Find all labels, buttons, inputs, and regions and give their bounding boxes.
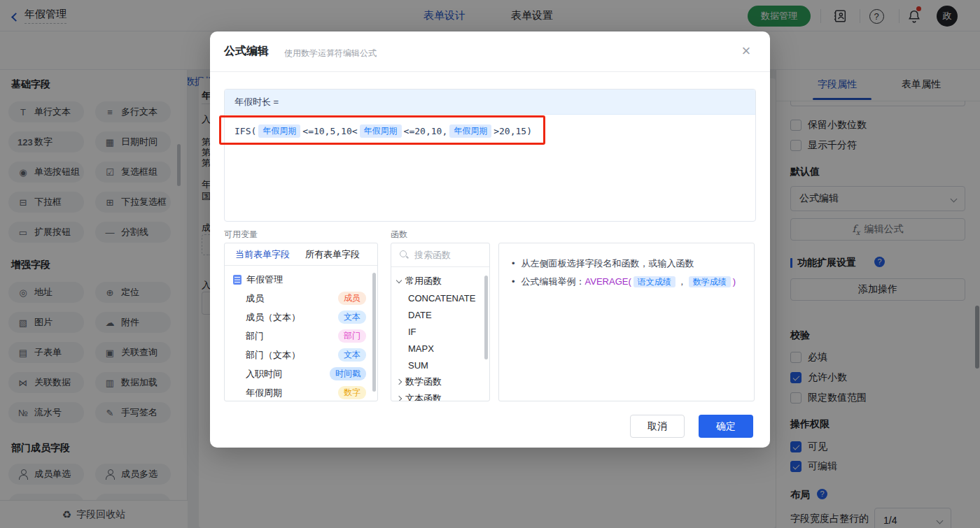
variables-scrollbar[interactable] xyxy=(372,273,376,392)
field-chip: 年假周期 xyxy=(360,124,402,138)
formula-text: <=20,10, xyxy=(404,126,448,136)
field-type-tag: 时间戳 xyxy=(330,367,366,380)
chevron-right-icon xyxy=(396,396,402,401)
example-function-close: ) xyxy=(733,276,736,287)
formula-expression: IFS( 年假周期 <=10,5,10< 年假周期 <=20,10, 年假周期 … xyxy=(225,115,755,148)
search-icon xyxy=(400,250,409,259)
variables-panel: 当前表单字段 所有表单字段 年假管理 成员成员 成员（文本）文本 部门部门 部门… xyxy=(224,243,378,401)
modal-title: 公式编辑 xyxy=(224,44,269,59)
formula-editor[interactable]: 年假时长 = IFS( 年假周期 <=10,5,10< 年假周期 <=20,10… xyxy=(224,89,756,222)
tab-all-form-fields[interactable]: 所有表单字段 xyxy=(305,248,360,261)
example-field-chip: 语文成绩 xyxy=(634,276,676,287)
chevron-down-icon xyxy=(396,278,402,283)
function-group-common[interactable]: 常用函数 xyxy=(391,273,489,290)
variable-row[interactable]: 年假周期数字 xyxy=(225,383,377,401)
functions-panel: 搜索函数 常用函数 CONCATENATE DATE IF MAPX SUM 数… xyxy=(391,243,490,401)
tab-current-form-fields[interactable]: 当前表单字段 xyxy=(235,248,290,261)
field-type-tag: 数字 xyxy=(338,386,366,399)
close-icon[interactable]: × xyxy=(736,41,756,61)
chevron-right-icon xyxy=(396,379,402,385)
cancel-button[interactable]: 取消 xyxy=(630,415,685,438)
formula-text: <=10,5,10< xyxy=(302,126,357,136)
divider xyxy=(210,71,770,72)
function-item[interactable]: DATE xyxy=(391,306,489,323)
variable-row[interactable]: 部门部门 xyxy=(225,327,377,345)
field-type-tag: 文本 xyxy=(338,311,366,324)
formula-editor-modal: 公式编辑 使用数学运算符编辑公式 × 年假时长 = IFS( 年假周期 <=10… xyxy=(210,31,770,448)
tips-panel: •从左侧面板选择字段名和函数，或输入函数 •公式编辑举例：AVERAGE(语文成… xyxy=(498,243,755,401)
tip-line-2: •公式编辑举例：AVERAGE(语文成绩，数学成绩) xyxy=(512,273,741,291)
example-field-chip: 数学成绩 xyxy=(689,276,731,287)
function-item[interactable]: SUM xyxy=(391,357,489,373)
example-function-open: AVERAGE( xyxy=(585,276,631,287)
function-group-math[interactable]: 数学函数 xyxy=(391,373,489,390)
modal-subtitle: 使用数学运算符编辑公式 xyxy=(284,48,377,59)
formula-text: >20,15) xyxy=(493,126,532,136)
function-group-text[interactable]: 文本函数 xyxy=(391,390,489,401)
form-doc-icon xyxy=(233,275,241,285)
functions-label: 函数 xyxy=(391,229,407,241)
bullet: • xyxy=(512,258,515,269)
variable-row[interactable]: 部门（文本）文本 xyxy=(225,345,377,364)
variable-row[interactable]: 成员成员 xyxy=(225,289,377,308)
function-item[interactable]: CONCATENATE xyxy=(391,290,489,306)
formula-target: 年假时长 = xyxy=(225,90,755,115)
search-placeholder: 搜索函数 xyxy=(414,249,451,262)
bullet: • xyxy=(512,276,515,287)
variable-row[interactable]: 成员（文本）文本 xyxy=(225,308,377,327)
variables-label: 可用变量 xyxy=(224,229,258,241)
tip-line-1: •从左侧面板选择字段名和函数，或输入函数 xyxy=(512,255,741,273)
field-chip: 年假周期 xyxy=(258,124,300,138)
variable-root-row[interactable]: 年假管理 xyxy=(225,270,377,289)
confirm-button[interactable]: 确定 xyxy=(699,415,753,438)
field-type-tag: 文本 xyxy=(338,348,366,362)
formula-text: IFS( xyxy=(234,126,256,136)
app-window: 年假管理 表单设计 表单设置 数据管理 ? 政 表单外链 后端脚本 数据权 预览 xyxy=(0,0,980,528)
field-type-tag: 部门 xyxy=(338,329,366,343)
functions-scrollbar[interactable] xyxy=(484,276,488,359)
function-item[interactable]: IF xyxy=(391,323,489,340)
field-type-tag: 成员 xyxy=(338,292,366,305)
variable-row[interactable]: 入职时间时间戳 xyxy=(225,364,377,383)
field-chip: 年假周期 xyxy=(449,124,491,138)
function-search-input[interactable]: 搜索函数 xyxy=(391,243,489,267)
function-item[interactable]: MAPX xyxy=(391,340,489,357)
